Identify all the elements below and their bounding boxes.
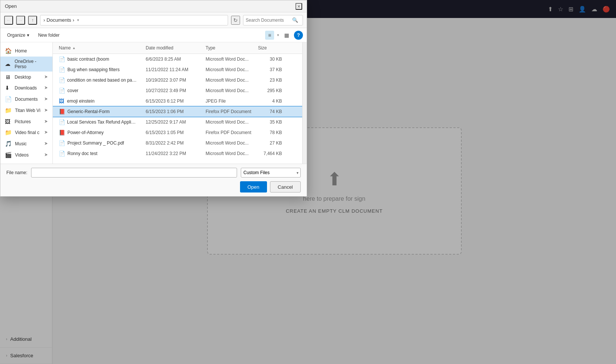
file-row-8[interactable]: 📕 Power-of-Attorney 6/15/2023 1:05 PM Fi… — [53, 127, 302, 138]
file-cell-name-6: 📕 Generic-Rental-Form — [53, 107, 143, 116]
filename-input[interactable] — [31, 168, 237, 178]
view-detail-button[interactable]: ▦ — [282, 31, 291, 40]
nav-item-pictures-label: Pictures — [15, 119, 31, 124]
nav-item-desktop[interactable]: 🖥 Desktop ⮞ — [0, 72, 52, 82]
view-arrow-icon[interactable]: ▾ — [277, 33, 279, 37]
file-cell-name-8: 📕 Power-of-Attorney — [53, 128, 143, 137]
col-date-header[interactable]: Date modified — [143, 44, 203, 52]
path-documents[interactable]: Documents — [46, 17, 71, 23]
nav-item-titanweb[interactable]: 📁 Titan Web Vi ⮞ — [0, 105, 52, 116]
file-date-5: 6/15/2023 6:12 PM — [143, 97, 203, 105]
nav-item-downloads[interactable]: ⬇ Downloads ⮞ — [0, 82, 52, 94]
word-doc-icon-10: 📄 — [59, 151, 65, 157]
file-name-8: Power-of-Attorney — [67, 130, 104, 135]
back-button[interactable]: ← — [4, 16, 13, 25]
new-folder-button[interactable]: New folder — [35, 31, 63, 39]
music-icon: 🎵 — [5, 140, 12, 147]
nav-item-onedrive-label: OneDrive - Perso — [15, 59, 48, 69]
nav-item-documents[interactable]: 📄 Documents ⮞ — [0, 94, 52, 105]
nav-item-pictures[interactable]: 🖼 Pictures ⮞ — [0, 116, 52, 127]
file-row-3[interactable]: 📄 condition on nested based on parent 10… — [53, 75, 302, 85]
file-row-2[interactable]: 📄 Bug when swapping filters 11/21/2022 1… — [53, 64, 302, 75]
jpeg-icon-5: 🖼 — [59, 98, 65, 104]
dialog-title-bar: Open × — [0, 0, 307, 12]
organize-button[interactable]: Organize ▾ — [4, 31, 32, 39]
up-button[interactable]: ↑ — [28, 16, 37, 25]
videofinal-icon: 📁 — [5, 129, 12, 136]
file-row-6[interactable]: 📕 Generic-Rental-Form 6/15/2023 1:06 PM … — [53, 106, 302, 117]
downloads-arrow-icon: ⮞ — [45, 86, 48, 90]
nav-item-home[interactable]: 🏠 Home — [0, 45, 52, 57]
refresh-button[interactable]: ↻ — [231, 16, 240, 25]
organize-arrow-icon: ▾ — [27, 33, 29, 38]
nav-item-music[interactable]: 🎵 Music ⮞ — [0, 138, 52, 149]
file-row-5[interactable]: 🖼 emoji einstein 6/15/2023 6:12 PM JPEG … — [53, 96, 302, 106]
videos-arrow-icon: ⮞ — [45, 153, 48, 157]
dialog-buttons: Open Cancel — [6, 181, 301, 192]
open-button[interactable]: Open — [240, 181, 267, 192]
help-button[interactable]: ? — [294, 31, 303, 40]
nav-item-desktop-label: Desktop — [15, 75, 31, 80]
file-date-2: 11/21/2022 11:24 AM — [143, 66, 203, 73]
cancel-button[interactable]: Cancel — [270, 181, 301, 192]
music-arrow-icon: ⮞ — [45, 142, 48, 146]
file-cell-name-1: 📄 basic contract (boom — [53, 55, 143, 63]
file-type-3: Microsoft Word Doc... — [203, 76, 255, 84]
titanweb-icon: 📁 — [5, 107, 12, 114]
file-row-7[interactable]: 📄 Local Services Tax Refund Application … — [53, 117, 302, 127]
nav-item-downloads-label: Downloads — [15, 85, 37, 91]
file-row-9[interactable]: 📄 Project Summary _ POC.pdf 8/31/2022 2:… — [53, 138, 302, 148]
file-name-6: Generic-Rental-Form — [67, 109, 110, 114]
dialog-toolbar: Organize ▾ New folder ≡ ▾ ▦ ? — [0, 28, 307, 42]
file-type-6: Firefox PDF Document — [203, 108, 255, 115]
scrollbar-track[interactable] — [302, 42, 307, 164]
file-date-10: 11/24/2022 3:22 PM — [143, 150, 203, 157]
file-size-5: 4 KB — [255, 97, 285, 105]
file-cell-name-3: 📄 condition on nested based on parent — [53, 76, 143, 84]
detail-view-icon: ▦ — [284, 32, 289, 38]
videos-icon: 🎬 — [5, 152, 12, 158]
file-date-4: 10/27/2022 3:49 PM — [143, 87, 203, 94]
nav-item-music-label: Music — [15, 141, 27, 146]
file-name-9: Project Summary _ POC.pdf — [67, 140, 124, 146]
search-input[interactable] — [246, 18, 291, 23]
word-doc-icon-7: 📄 — [59, 119, 65, 125]
filetype-select-wrapper: Custom Files All Files Word Documents PD… — [241, 168, 301, 178]
word-doc-icon-9: 📄 — [59, 140, 65, 146]
file-cell-name-7: 📄 Local Services Tax Refund Application … — [53, 118, 143, 126]
col-type-header[interactable]: Type — [203, 44, 255, 52]
nav-item-onedrive[interactable]: ☁ OneDrive - Perso — [0, 57, 52, 72]
nav-item-videofinal-label: Video final c — [15, 130, 39, 135]
file-cell-name-10: 📄 Ronny doc test — [53, 149, 143, 158]
nav-item-titanweb-label: Titan Web Vi — [15, 108, 40, 113]
search-box: 🔍 — [243, 15, 303, 25]
col-name-header[interactable]: Name ▲ — [53, 44, 143, 52]
documents-arrow-icon: ⮞ — [45, 97, 48, 101]
pdf-icon-8: 📕 — [59, 130, 65, 136]
file-name-1: basic contract (boom — [67, 57, 109, 62]
col-size-header[interactable]: Size — [255, 44, 285, 52]
file-row-1[interactable]: 📄 basic contract (boom 6/6/2023 8:25 AM … — [53, 54, 302, 64]
pictures-icon: 🖼 — [5, 118, 12, 125]
file-type-9: Microsoft Word Doc... — [203, 139, 255, 147]
file-row-10[interactable]: 📄 Ronny doc test 11/24/2022 3:22 PM Micr… — [53, 148, 302, 159]
file-cell-name-2: 📄 Bug when swapping filters — [53, 66, 143, 74]
file-row-4[interactable]: 📄 cover 10/27/2022 3:49 PM Microsoft Wor… — [53, 85, 302, 96]
file-cell-name-9: 📄 Project Summary _ POC.pdf — [53, 139, 143, 147]
file-date-3: 10/19/2022 3:07 PM — [143, 76, 203, 84]
nav-item-videos[interactable]: 🎬 Videos ⮞ — [0, 149, 52, 161]
file-name-5: emoji einstein — [67, 98, 94, 104]
file-name-7: Local Services Tax Refund Application (D… — [67, 119, 137, 125]
dialog-close-button[interactable]: × — [295, 3, 302, 10]
path-sep: › — [43, 17, 45, 23]
file-type-7: Microsoft Word Doc... — [203, 118, 255, 126]
path-dropdown-icon[interactable]: ▾ — [77, 18, 79, 22]
file-size-1: 30 KB — [255, 55, 285, 63]
nav-item-videofinal[interactable]: 📁 Video final c ⮞ — [0, 127, 52, 138]
file-type-2: Microsoft Word Doc... — [203, 66, 255, 73]
file-size-9: 27 KB — [255, 139, 285, 147]
filetype-select[interactable]: Custom Files All Files Word Documents PD… — [241, 168, 301, 178]
file-size-6: 74 KB — [255, 108, 285, 115]
view-list-button[interactable]: ≡ — [265, 31, 274, 40]
forward-button[interactable]: → — [16, 16, 25, 25]
